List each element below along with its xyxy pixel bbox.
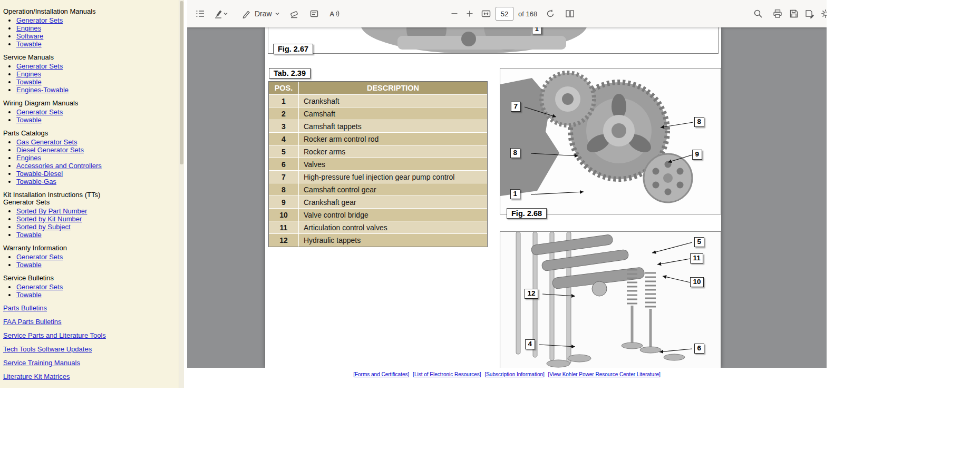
- table-header-row: POS.DESCRIPTION: [269, 82, 487, 95]
- sidebar-list-item: Generator Sets: [16, 253, 178, 261]
- sidebar-link-parts-catalogs-gas-generator-sets[interactable]: Gas Generator Sets: [16, 138, 77, 146]
- table-of-contents-button[interactable]: [192, 6, 208, 22]
- sidebar-list-item: Engines: [16, 70, 178, 78]
- figure-callout-7: 7: [511, 102, 521, 112]
- sidebar-link-kit-installation-instructions-tts-sorted-by-kit-number[interactable]: Sorted by Kit Number: [16, 215, 82, 223]
- sidebar-standalone-link-row: FAA Parts Bulletins: [3, 318, 178, 326]
- sidebar-link-parts-catalogs-accessories-and-controllers[interactable]: Accessories and Controllers: [16, 162, 102, 170]
- sidebar-list-item: Engines: [16, 24, 178, 32]
- rotate-button[interactable]: [542, 6, 558, 22]
- sidebar-link-parts-catalogs-towable-gas[interactable]: Towable-Gas: [16, 178, 56, 185]
- sidebar-link-service-manuals-generator-sets[interactable]: Generator Sets: [16, 62, 63, 70]
- gear-train-image: [500, 68, 721, 214]
- sidebar-section-list: Generator SetsEnginesTowableEngines-Towa…: [3, 62, 178, 94]
- description-cell: Camshaft control gear: [299, 183, 487, 196]
- sidebar-link-service-manuals-engines[interactable]: Engines: [16, 70, 41, 78]
- sidebar-list-item: Generator Sets: [16, 62, 178, 70]
- pos-cell: 8: [269, 183, 299, 196]
- page-view-button[interactable]: [562, 6, 578, 22]
- sidebar-section-kit-installation-instructions-tts: Kit Installation Instructions (TTs)Gener…: [3, 191, 178, 239]
- sidebar-link-operation-installation-manuals-engines[interactable]: Engines: [16, 24, 41, 32]
- sidebar-link-parts-catalogs-towable-diesel[interactable]: Towable-Diesel: [16, 170, 63, 178]
- table-row: 3Camshaft tappets: [269, 120, 487, 133]
- footer-link-list-of-electronic-resources[interactable]: List of Electronic Resources: [414, 371, 480, 377]
- figure-callout-12: 12: [525, 289, 538, 299]
- figure-callout-11: 11: [690, 253, 703, 263]
- sidebar-link-kit-installation-instructions-tts-sorted-by-subject[interactable]: Sorted by Subject: [16, 223, 71, 231]
- sidebar-link-wiring-diagram-manuals-towable[interactable]: Towable: [16, 116, 42, 124]
- sidebar-scrollbar[interactable]: [179, 0, 184, 388]
- page-view-icon: [565, 8, 575, 19]
- pdf-toolbar: Draw A: [187, 0, 827, 27]
- sidebar-section-heading: Wiring Diagram Manuals: [3, 99, 178, 107]
- figure-callout-10: 10: [690, 277, 704, 287]
- sidebar-link-operation-installation-manuals-generator-sets[interactable]: Generator Sets: [16, 16, 63, 24]
- search-button[interactable]: [750, 6, 766, 22]
- erase-tool-button[interactable]: [286, 6, 302, 22]
- fit-width-button[interactable]: [478, 6, 494, 22]
- sidebar-list-item: Sorted by Kit Number: [16, 215, 178, 223]
- sidebar-link-service-manuals-towable[interactable]: Towable: [16, 78, 42, 86]
- add-text-button[interactable]: [306, 6, 322, 22]
- draw-tool-button[interactable]: Draw: [239, 6, 283, 22]
- literature-sidebar: Operation/Installation ManualsGenerator …: [0, 0, 184, 388]
- sidebar-list-item: Towable: [16, 261, 178, 269]
- figure-callout-1: 1: [510, 189, 520, 199]
- table-row: 8Camshaft control gear: [269, 183, 487, 196]
- sidebar-link-kit-installation-instructions-tts-sorted-by-part-number[interactable]: Sorted By Part Number: [16, 207, 87, 215]
- sidebar-link-service-bulletins-generator-sets[interactable]: Generator Sets: [16, 283, 63, 291]
- save-as-button[interactable]: [802, 6, 818, 22]
- zoom-out-button[interactable]: [447, 6, 462, 22]
- footer-link-segment: [Forms and Certificates]: [353, 371, 409, 377]
- sidebar-list-item: Generator Sets: [16, 283, 178, 291]
- sidebar-list-item: Software: [16, 32, 178, 40]
- sidebar-link-kit-installation-instructions-tts-towable[interactable]: Towable: [16, 231, 42, 239]
- sidebar-link-wiring-diagram-manuals-generator-sets[interactable]: Generator Sets: [16, 108, 63, 116]
- sidebar-link-service-training-manuals[interactable]: Service Training Manuals: [3, 359, 80, 367]
- sidebar-link-warranty-information-towable[interactable]: Towable: [16, 261, 42, 269]
- sidebar-link-service-manuals-engines-towable[interactable]: Engines-Towable: [16, 86, 69, 94]
- sidebar-link-tech-tools-software-updates[interactable]: Tech Tools Software Updates: [3, 345, 92, 353]
- footer-link-forms-and-certificates[interactable]: Forms and Certificates: [355, 371, 408, 377]
- pos-cell: 9: [269, 196, 299, 209]
- settings-button[interactable]: [818, 6, 827, 22]
- save-button[interactable]: [786, 6, 802, 22]
- draw-pen-icon: [241, 8, 252, 19]
- pos-cell: 6: [269, 158, 299, 171]
- sidebar-scrollbar-thumb[interactable]: [180, 1, 183, 164]
- sidebar-link-faa-parts-bulletins[interactable]: FAA Parts Bulletins: [3, 318, 62, 326]
- description-cell: Crankshaft gear: [299, 196, 487, 209]
- sidebar-section-list: Generator SetsTowable: [3, 108, 178, 124]
- sidebar-link-service-parts-and-literature-tools[interactable]: Service Parts and Literature Tools: [3, 331, 106, 339]
- footer-link-subscription-information[interactable]: Subscription Information: [486, 371, 543, 377]
- fit-width-icon: [481, 8, 491, 19]
- description-cell: Valves: [299, 158, 487, 171]
- sidebar-section-list: Gas Generator SetsDiesel Generator SetsE…: [3, 138, 178, 185]
- sidebar-link-literature-kit-matrices[interactable]: Literature Kit Matrices: [3, 373, 70, 380]
- table-row: 10Valve control bridge: [269, 209, 487, 221]
- sidebar-section-service-manuals: Service ManualsGenerator SetsEnginesTowa…: [3, 53, 178, 94]
- figure-callout-5: 5: [694, 237, 704, 247]
- pdf-canvas: 1 Fig. 2.67 Tab. 2.39 POS.DESCRIPTION 1C…: [187, 27, 827, 368]
- read-aloud-button[interactable]: A: [326, 6, 342, 22]
- sidebar-link-parts-catalogs-engines[interactable]: Engines: [16, 154, 41, 162]
- engine-image-partial: [268, 27, 719, 54]
- page-number-input[interactable]: [496, 7, 513, 21]
- figure-2-68-label: Fig. 2.68: [507, 208, 547, 219]
- print-icon: [772, 8, 783, 19]
- highlight-chevron-icon[interactable]: [222, 6, 229, 22]
- sidebar-list-item: Towable: [16, 291, 178, 299]
- footer-link-view-kohler-power-resource-center-literature[interactable]: View Kohler Power Resource Center Litera…: [549, 371, 659, 377]
- sidebar-link-warranty-information-generator-sets[interactable]: Generator Sets: [16, 253, 63, 261]
- sidebar-link-operation-installation-manuals-towable[interactable]: Towable: [16, 40, 42, 48]
- print-button[interactable]: [770, 6, 785, 22]
- sidebar-link-service-bulletins-towable[interactable]: Towable: [16, 291, 42, 299]
- table-row: 4Rocker arm control rod: [269, 133, 487, 145]
- footer-links: [Forms and Certificates] [List of Electr…: [187, 371, 827, 377]
- sidebar-link-parts-bulletins[interactable]: Parts Bulletins: [3, 304, 47, 312]
- zoom-in-button[interactable]: [462, 6, 478, 22]
- sidebar-link-parts-catalogs-diesel-generator-sets[interactable]: Diesel Generator Sets: [16, 146, 84, 154]
- sidebar-section-list: Sorted By Part NumberSorted by Kit Numbe…: [3, 207, 178, 239]
- footer-link-segment: [Subscription Information]: [484, 371, 544, 377]
- sidebar-link-operation-installation-manuals-software[interactable]: Software: [16, 32, 43, 40]
